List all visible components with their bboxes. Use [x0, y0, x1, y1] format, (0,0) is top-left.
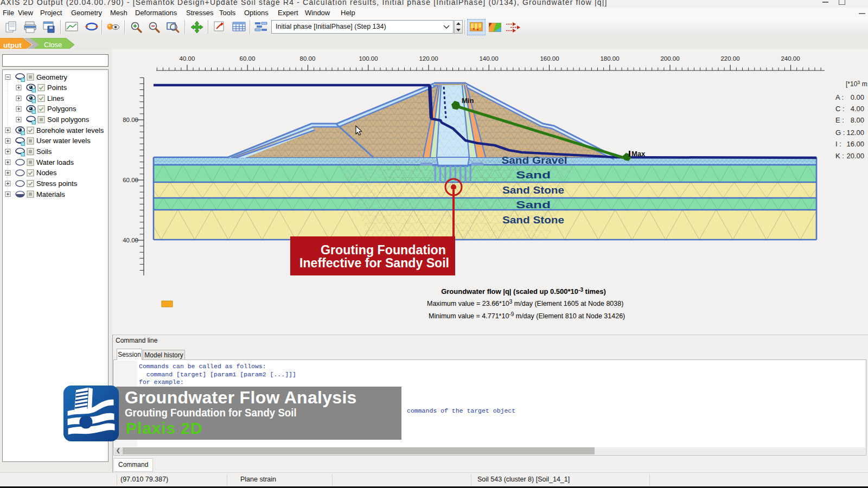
svg-text:Materials: Materials: [36, 190, 65, 198]
svg-text:Sand Stone: Sand Stone: [502, 185, 564, 196]
svg-text:Min: Min: [462, 97, 474, 105]
svg-text:140.00: 140.00: [479, 55, 498, 62]
svg-text:Points: Points: [47, 84, 67, 92]
svg-text:60.00: 60.00: [123, 177, 138, 183]
svg-text:Borehole water levels: Borehole water levels: [36, 126, 104, 134]
svg-text:Max: Max: [631, 150, 646, 158]
svg-text:40.00: 40.00: [123, 237, 138, 243]
svg-text:200.00: 200.00: [660, 55, 679, 62]
svg-text:240.00: 240.00: [781, 55, 800, 62]
svg-text:12.00: 12.00: [846, 129, 864, 137]
svg-text:120.00: 120.00: [419, 55, 438, 62]
svg-text:Maximum value = 23.66*103 m/da: Maximum value = 23.66*103 m/day (Element…: [427, 299, 623, 307]
svg-text:Sand Stone: Sand Stone: [502, 215, 564, 226]
svg-text:Close: Close: [44, 41, 62, 49]
svg-text:Sand Gravel: Sand Gravel: [502, 155, 567, 166]
svg-text:8.00: 8.00: [851, 116, 864, 124]
svg-text:80.00: 80.00: [300, 55, 316, 62]
svg-text:16.00: 16.00: [846, 140, 864, 148]
svg-text:Soil polygons: Soil polygons: [47, 115, 90, 124]
svg-text:E :: E :: [835, 116, 844, 124]
svg-text:Nodes: Nodes: [36, 169, 57, 177]
svg-text:180.00: 180.00: [600, 55, 619, 62]
svg-text:60.00: 60.00: [240, 55, 256, 62]
svg-text:40.00: 40.00: [180, 55, 195, 62]
svg-text:Stress points: Stress points: [36, 179, 78, 188]
svg-text:Geometry: Geometry: [36, 73, 68, 81]
svg-text:Polygons: Polygons: [47, 105, 76, 113]
svg-text:G :: G :: [835, 129, 845, 137]
svg-text:80.00: 80.00: [123, 117, 138, 123]
svg-text:20.00: 20.00: [846, 152, 864, 160]
svg-text:Grouting Foundation: Grouting Foundation: [321, 242, 446, 257]
svg-text:C :: C :: [835, 105, 845, 113]
svg-text:Ineffective for Sandy Soil: Ineffective for Sandy Soil: [299, 255, 449, 270]
svg-text:User water levels: User water levels: [36, 137, 91, 145]
svg-text:I :: I :: [835, 140, 841, 148]
svg-text:Lines: Lines: [47, 94, 65, 102]
svg-text:Sand: Sand: [516, 200, 551, 210]
svg-text:Minimum value = 4.771*10-9 m/d: Minimum value = 4.771*10-9 m/day (Elemen…: [429, 311, 625, 320]
svg-text:Sand: Sand: [516, 170, 551, 181]
svg-text:Water loads: Water loads: [36, 158, 74, 166]
svg-text:100.00: 100.00: [359, 55, 378, 62]
svg-text:0.00: 0.00: [851, 93, 864, 101]
svg-text:[*103 m: [*103 m: [846, 80, 867, 88]
svg-text:A :: A :: [835, 93, 844, 101]
svg-text:160.00: 160.00: [540, 55, 559, 62]
svg-text:K :: K :: [835, 152, 844, 160]
svg-text:220.00: 220.00: [720, 55, 739, 62]
svg-text:Soils: Soils: [36, 147, 52, 156]
svg-text:utput: utput: [3, 41, 22, 49]
svg-text:4.00: 4.00: [851, 105, 864, 113]
